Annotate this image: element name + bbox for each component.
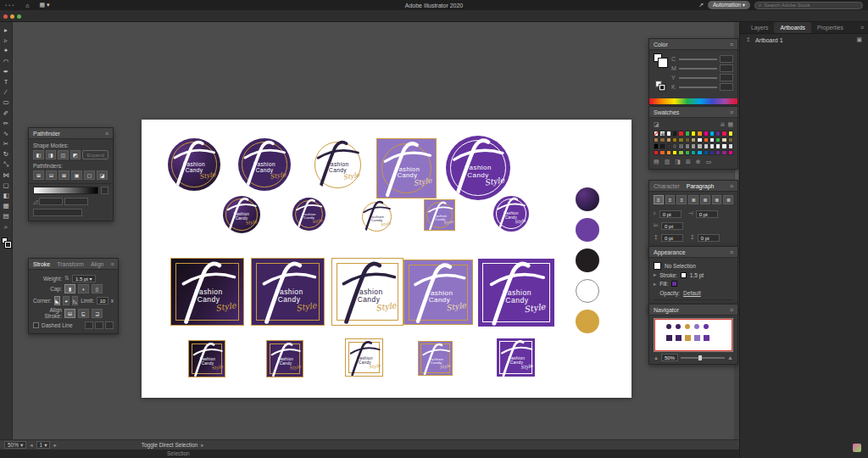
crop-button[interactable]: ▣ [71,170,82,180]
new-swatch-icon[interactable]: ⊕ [696,159,701,165]
color-spectrum-bar[interactable] [649,98,737,104]
exclude-button[interactable]: ◩ [70,150,81,159]
logo-tile-purple-circle[interactable]: FashionCandyStyle [493,196,529,232]
tab-artboards[interactable]: Artboards [774,22,810,33]
swatch-cell[interactable] [666,131,671,137]
swatch-cell[interactable] [654,150,659,156]
swatch-cell[interactable] [654,131,659,137]
grid-view-icon[interactable]: ▦ [727,121,733,128]
creative-cloud-icon[interactable] [853,444,861,452]
swatch-options-icon[interactable]: ◨ [675,159,681,165]
type-tool-icon[interactable]: T [1,77,12,87]
navigator-panel-header[interactable]: Navigator≡ [649,304,737,316]
divide-button[interactable]: ⊞ [33,170,44,180]
curvature-tool-icon[interactable]: ∿ [1,129,12,139]
gradient-stop[interactable] [101,187,108,194]
swatch-cell[interactable] [709,143,715,149]
appearance-panel-header[interactable]: Appearance≡ [649,247,737,258]
limit-value[interactable]: 10 [97,297,108,304]
minus-back-button[interactable]: ◪ [97,170,108,180]
swatch-cell[interactable] [685,137,690,143]
new-group-icon[interactable]: ⊞ [686,159,691,165]
artboard-nav-dropdown[interactable]: 1 ▾ [36,441,51,449]
logo-tile-white-circle[interactable]: FashionCandyStyle [359,199,394,234]
swatch-cell[interactable] [721,143,726,149]
tab-layers[interactable]: Layers [745,22,774,33]
automation-dropdown[interactable]: Automation ▾ [708,1,750,9]
right-indent-field[interactable]: 0 pt [696,210,718,218]
swatch-cell[interactable] [666,137,671,143]
gradient-tool-icon[interactable]: ▤ [1,211,12,221]
justify-all-button[interactable]: ≣ [723,195,733,204]
stroke-panel-header[interactable]: Stroke Transform Align ≡ [29,259,118,270]
logo-tile-gradient-square[interactable]: FashionCandyStyle [170,258,244,326]
swatch-cell[interactable] [659,143,665,149]
swatch-cell[interactable] [715,143,721,149]
swatch-cell[interactable] [666,150,671,156]
align-right-button[interactable]: ≡ [676,195,687,204]
pathfinder-panel-header[interactable]: Pathfinder≡ [29,128,113,139]
swatch-cell[interactable] [672,131,677,137]
swatch-cell[interactable] [715,150,721,156]
logo-tile-purple-square[interactable]: FashionCandyStyle [477,258,555,327]
panel-menu-icon[interactable]: ≡ [730,183,733,189]
swatch-cell[interactable] [704,150,709,156]
selection-tool-icon[interactable]: ▸ [1,25,12,36]
width-tool-icon[interactable]: ⋈ [1,170,12,181]
logo-tile-lavender-square[interactable]: FashionCandyStyle [403,260,473,325]
zoom-tool-icon[interactable]: ⌕ [1,222,12,232]
channel-value-field[interactable] [720,74,733,81]
swatch-cell[interactable] [709,131,715,137]
rectangle-tool-icon[interactable]: ▭ [1,98,12,108]
artboard-list-item[interactable]: ↥ Artboard 1 ▣ [740,34,868,46]
align-left-button[interactable]: ≡ [654,195,664,204]
stroke-weight-value[interactable]: 1.5 pt [690,272,704,278]
logo-tile-white-square[interactable]: FashionCandyStyle [345,338,383,377]
swatch-cell[interactable] [691,137,696,143]
panel-menu-icon[interactable]: ≡ [730,109,733,115]
scale-tool-icon[interactable]: ⤡ [1,159,12,170]
swatch-cell[interactable] [721,131,726,137]
swatch-cell[interactable] [691,131,696,137]
swatch-cell[interactable] [704,137,709,143]
stroke-color-swatch[interactable] [681,272,687,278]
lasso-tool-icon[interactable]: ◠ [1,57,12,67]
pencil-tool-icon[interactable]: ✏ [1,119,12,129]
swatch-cell[interactable] [728,137,733,143]
channel-slider[interactable] [679,59,717,60]
logo-tile-dark-purple-circle[interactable]: FashionCandyStyle [238,138,291,191]
swatch-cell[interactable] [685,150,690,156]
swatch-cell[interactable] [678,131,683,137]
search-input[interactable] [764,3,859,8]
logo-tile-purple-circle[interactable]: FashionCandyStyle [446,136,510,200]
justify-last-right-button[interactable]: ≣ [712,195,722,204]
tab-transform[interactable]: Transform [57,261,84,267]
canvas[interactable]: FashionCandyStyleFashionCandyStyleFashio… [13,22,739,439]
swatch-cell[interactable] [659,137,665,143]
palette-swatch-5[interactable] [576,310,599,333]
align-inside-button[interactable]: ⊑ [78,309,89,318]
stepper-icon[interactable]: ⇅ [64,275,70,282]
minus-front-button[interactable]: ◨ [46,150,57,159]
channel-slider[interactable] [679,77,717,79]
tab-properties[interactable]: Properties [811,22,849,33]
list-view-icon[interactable]: ≣ [721,121,726,128]
share-icon[interactable]: ↗ [698,2,704,8]
miter-join-button[interactable]: ◣ [54,296,61,305]
swatch-cell[interactable] [691,143,696,149]
left-indent-field[interactable]: 0 pt [659,210,682,218]
gradient-slider[interactable] [33,187,98,194]
free-transform-tool-icon[interactable]: ▢ [1,181,12,191]
swatch-cell[interactable] [672,143,677,149]
channel-slider[interactable] [679,87,717,88]
magic-wand-tool-icon[interactable]: ✦ [1,46,12,56]
panel-menu-icon[interactable]: ≡ [730,42,733,47]
swatch-cell[interactable] [715,131,721,137]
delete-swatch-icon[interactable]: ▭ [706,159,712,165]
swatch-libraries-icon[interactable]: ▤ [654,159,659,165]
swatch-cell[interactable] [709,150,715,156]
logo-tile-gradient-circle[interactable]: FashionCandyStyle [223,196,260,233]
tab-paragraph[interactable]: Paragraph [687,183,715,189]
swatch-cell[interactable] [697,150,702,156]
opacity-value-link[interactable]: Default [683,290,701,296]
